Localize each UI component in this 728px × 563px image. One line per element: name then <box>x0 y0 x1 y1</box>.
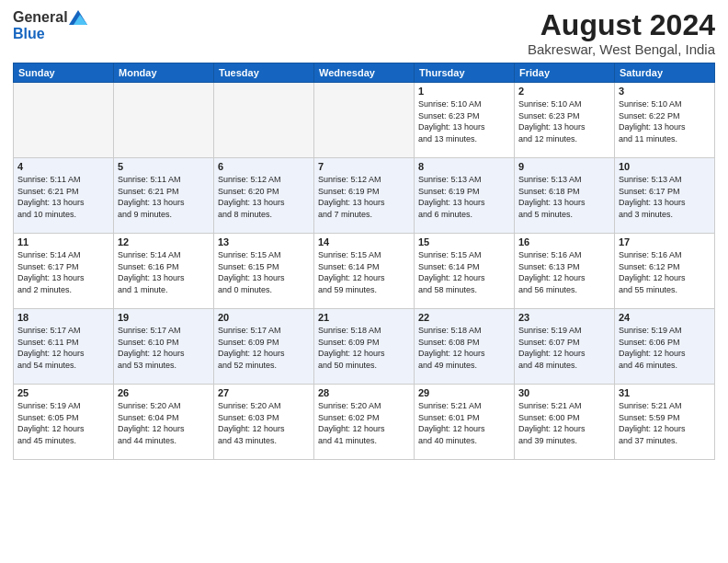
day-info: Sunrise: 5:17 AM Sunset: 6:09 PM Dayligh… <box>218 325 310 371</box>
calendar-day-cell: 8Sunrise: 5:13 AM Sunset: 6:19 PM Daylig… <box>415 158 515 234</box>
day-number: 21 <box>318 312 410 323</box>
day-number: 8 <box>418 161 510 172</box>
calendar-day-cell: 15Sunrise: 5:15 AM Sunset: 6:14 PM Dayli… <box>415 234 515 309</box>
day-info: Sunrise: 5:10 AM Sunset: 6:23 PM Dayligh… <box>418 98 510 144</box>
day-number: 3 <box>619 86 711 97</box>
day-info: Sunrise: 5:13 AM Sunset: 6:17 PM Dayligh… <box>619 174 711 220</box>
calendar-day-cell: 6Sunrise: 5:12 AM Sunset: 6:20 PM Daylig… <box>214 158 314 234</box>
day-info: Sunrise: 5:13 AM Sunset: 6:18 PM Dayligh… <box>518 174 610 220</box>
calendar-day-cell: 20Sunrise: 5:17 AM Sunset: 6:09 PM Dayli… <box>214 309 314 385</box>
day-number: 2 <box>518 86 610 97</box>
logo: General Blue <box>13 9 87 42</box>
day-info: Sunrise: 5:14 AM Sunset: 6:17 PM Dayligh… <box>17 249 109 295</box>
day-number: 5 <box>118 161 210 172</box>
day-info: Sunrise: 5:16 AM Sunset: 6:12 PM Dayligh… <box>619 249 711 295</box>
day-info: Sunrise: 5:16 AM Sunset: 6:13 PM Dayligh… <box>518 249 610 295</box>
day-number: 15 <box>418 236 510 247</box>
day-info: Sunrise: 5:19 AM Sunset: 6:07 PM Dayligh… <box>518 325 610 371</box>
calendar-day-cell: 23Sunrise: 5:19 AM Sunset: 6:07 PM Dayli… <box>515 309 615 385</box>
weekday-header: Sunday <box>14 63 114 83</box>
day-number: 14 <box>318 236 410 247</box>
day-info: Sunrise: 5:20 AM Sunset: 6:03 PM Dayligh… <box>218 400 310 446</box>
day-number: 19 <box>118 312 210 323</box>
day-number: 20 <box>218 312 310 323</box>
calendar-day-cell: 21Sunrise: 5:18 AM Sunset: 6:09 PM Dayli… <box>314 309 415 385</box>
calendar-day-cell: 2Sunrise: 5:10 AM Sunset: 6:23 PM Daylig… <box>515 83 615 158</box>
calendar-week-row: 1Sunrise: 5:10 AM Sunset: 6:23 PM Daylig… <box>14 83 715 158</box>
calendar-day-cell <box>114 83 214 158</box>
day-number: 6 <box>218 161 310 172</box>
calendar-table: SundayMondayTuesdayWednesdayThursdayFrid… <box>13 63 715 460</box>
calendar-day-cell: 14Sunrise: 5:15 AM Sunset: 6:14 PM Dayli… <box>314 234 415 309</box>
day-number: 24 <box>619 312 711 323</box>
day-info: Sunrise: 5:12 AM Sunset: 6:20 PM Dayligh… <box>218 174 310 220</box>
day-info: Sunrise: 5:11 AM Sunset: 6:21 PM Dayligh… <box>17 174 109 220</box>
day-number: 1 <box>418 86 510 97</box>
day-info: Sunrise: 5:15 AM Sunset: 6:14 PM Dayligh… <box>318 249 410 295</box>
day-number: 31 <box>619 387 711 398</box>
calendar-day-cell: 26Sunrise: 5:20 AM Sunset: 6:04 PM Dayli… <box>114 385 214 460</box>
main-title: August 2024 <box>528 9 715 41</box>
day-number: 7 <box>318 161 410 172</box>
day-info: Sunrise: 5:18 AM Sunset: 6:08 PM Dayligh… <box>418 325 510 371</box>
day-info: Sunrise: 5:20 AM Sunset: 6:02 PM Dayligh… <box>318 400 410 446</box>
day-info: Sunrise: 5:14 AM Sunset: 6:16 PM Dayligh… <box>118 249 210 295</box>
day-number: 13 <box>218 236 310 247</box>
day-info: Sunrise: 5:19 AM Sunset: 6:05 PM Dayligh… <box>17 400 109 446</box>
day-info: Sunrise: 5:11 AM Sunset: 6:21 PM Dayligh… <box>118 174 210 220</box>
day-number: 12 <box>118 236 210 247</box>
calendar-day-cell: 27Sunrise: 5:20 AM Sunset: 6:03 PM Dayli… <box>214 385 314 460</box>
day-number: 16 <box>518 236 610 247</box>
calendar-day-cell: 4Sunrise: 5:11 AM Sunset: 6:21 PM Daylig… <box>14 158 114 234</box>
calendar-day-cell: 28Sunrise: 5:20 AM Sunset: 6:02 PM Dayli… <box>314 385 415 460</box>
day-info: Sunrise: 5:21 AM Sunset: 5:59 PM Dayligh… <box>619 400 711 446</box>
day-number: 27 <box>218 387 310 398</box>
calendar-day-cell: 17Sunrise: 5:16 AM Sunset: 6:12 PM Dayli… <box>615 234 715 309</box>
day-number: 23 <box>518 312 610 323</box>
day-number: 29 <box>418 387 510 398</box>
day-info: Sunrise: 5:15 AM Sunset: 6:14 PM Dayligh… <box>418 249 510 295</box>
day-number: 10 <box>619 161 711 172</box>
calendar-day-cell: 24Sunrise: 5:19 AM Sunset: 6:06 PM Dayli… <box>615 309 715 385</box>
calendar-header-row: SundayMondayTuesdayWednesdayThursdayFrid… <box>14 63 715 83</box>
day-number: 17 <box>619 236 711 247</box>
day-info: Sunrise: 5:15 AM Sunset: 6:15 PM Dayligh… <box>218 249 310 295</box>
title-block: August 2024 Bakreswar, West Bengal, Indi… <box>528 9 715 57</box>
day-info: Sunrise: 5:10 AM Sunset: 6:22 PM Dayligh… <box>619 98 711 144</box>
weekday-header: Monday <box>114 63 214 83</box>
calendar-day-cell: 19Sunrise: 5:17 AM Sunset: 6:10 PM Dayli… <box>114 309 214 385</box>
day-number: 28 <box>318 387 410 398</box>
calendar-week-row: 4Sunrise: 5:11 AM Sunset: 6:21 PM Daylig… <box>14 158 715 234</box>
calendar-day-cell <box>14 83 114 158</box>
weekday-header: Saturday <box>615 63 715 83</box>
day-number: 18 <box>17 312 109 323</box>
weekday-header: Wednesday <box>314 63 415 83</box>
weekday-header: Friday <box>515 63 615 83</box>
calendar-day-cell: 30Sunrise: 5:21 AM Sunset: 6:00 PM Dayli… <box>515 385 615 460</box>
calendar-day-cell: 10Sunrise: 5:13 AM Sunset: 6:17 PM Dayli… <box>615 158 715 234</box>
calendar-day-cell <box>314 83 415 158</box>
calendar-day-cell: 29Sunrise: 5:21 AM Sunset: 6:01 PM Dayli… <box>415 385 515 460</box>
day-info: Sunrise: 5:21 AM Sunset: 6:01 PM Dayligh… <box>418 400 510 446</box>
weekday-header: Tuesday <box>214 63 314 83</box>
day-info: Sunrise: 5:12 AM Sunset: 6:19 PM Dayligh… <box>318 174 410 220</box>
logo-icon <box>69 10 87 25</box>
day-number: 9 <box>518 161 610 172</box>
calendar-day-cell: 9Sunrise: 5:13 AM Sunset: 6:18 PM Daylig… <box>515 158 615 234</box>
day-number: 22 <box>418 312 510 323</box>
calendar-day-cell: 13Sunrise: 5:15 AM Sunset: 6:15 PM Dayli… <box>214 234 314 309</box>
calendar-day-cell: 3Sunrise: 5:10 AM Sunset: 6:22 PM Daylig… <box>615 83 715 158</box>
page-container: General Blue August 2024 Bakreswar, West… <box>0 0 728 563</box>
day-info: Sunrise: 5:21 AM Sunset: 6:00 PM Dayligh… <box>518 400 610 446</box>
day-info: Sunrise: 5:10 AM Sunset: 6:23 PM Dayligh… <box>518 98 610 144</box>
day-number: 11 <box>17 236 109 247</box>
calendar-day-cell: 1Sunrise: 5:10 AM Sunset: 6:23 PM Daylig… <box>415 83 515 158</box>
calendar-day-cell: 18Sunrise: 5:17 AM Sunset: 6:11 PM Dayli… <box>14 309 114 385</box>
calendar-day-cell: 12Sunrise: 5:14 AM Sunset: 6:16 PM Dayli… <box>114 234 214 309</box>
logo-blue: Blue <box>13 26 45 42</box>
calendar-week-row: 25Sunrise: 5:19 AM Sunset: 6:05 PM Dayli… <box>14 385 715 460</box>
day-info: Sunrise: 5:13 AM Sunset: 6:19 PM Dayligh… <box>418 174 510 220</box>
calendar-day-cell: 22Sunrise: 5:18 AM Sunset: 6:08 PM Dayli… <box>415 309 515 385</box>
calendar-week-row: 11Sunrise: 5:14 AM Sunset: 6:17 PM Dayli… <box>14 234 715 309</box>
calendar-day-cell: 5Sunrise: 5:11 AM Sunset: 6:21 PM Daylig… <box>114 158 214 234</box>
